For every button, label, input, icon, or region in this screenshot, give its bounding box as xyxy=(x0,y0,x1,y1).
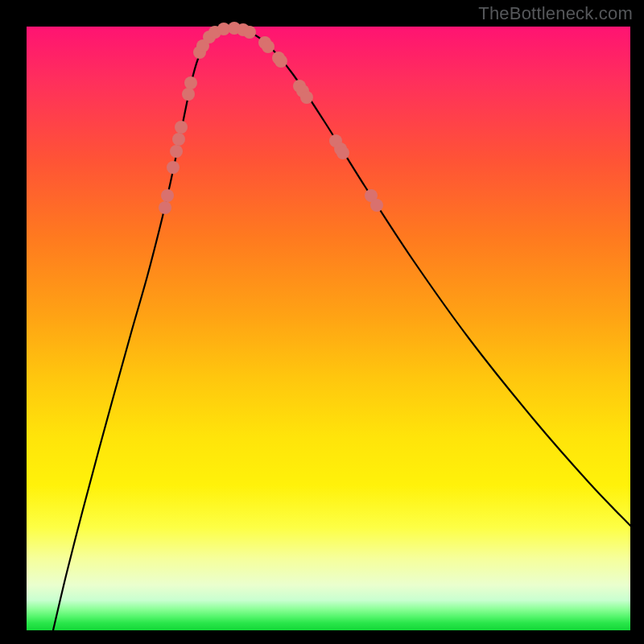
highlight-point xyxy=(170,145,183,158)
highlight-point xyxy=(336,147,349,159)
chart-frame: TheBottleneck.com xyxy=(0,0,644,644)
highlight-point xyxy=(182,88,195,101)
highlight-point xyxy=(275,55,287,68)
highlight-point xyxy=(184,76,197,89)
highlight-point xyxy=(262,40,275,53)
highlight-point xyxy=(161,189,174,202)
highlight-point xyxy=(159,201,171,214)
highlight-markers xyxy=(159,22,383,214)
highlight-point xyxy=(172,133,185,146)
plot-area xyxy=(27,27,630,630)
watermark-text: TheBottleneck.com xyxy=(478,3,633,24)
highlight-point xyxy=(243,26,256,39)
highlight-point xyxy=(370,199,383,212)
highlight-point xyxy=(300,91,313,104)
highlight-point xyxy=(167,161,180,174)
curve-layer xyxy=(27,27,630,630)
bottleneck-curve xyxy=(53,28,630,630)
highlight-point xyxy=(175,121,188,134)
